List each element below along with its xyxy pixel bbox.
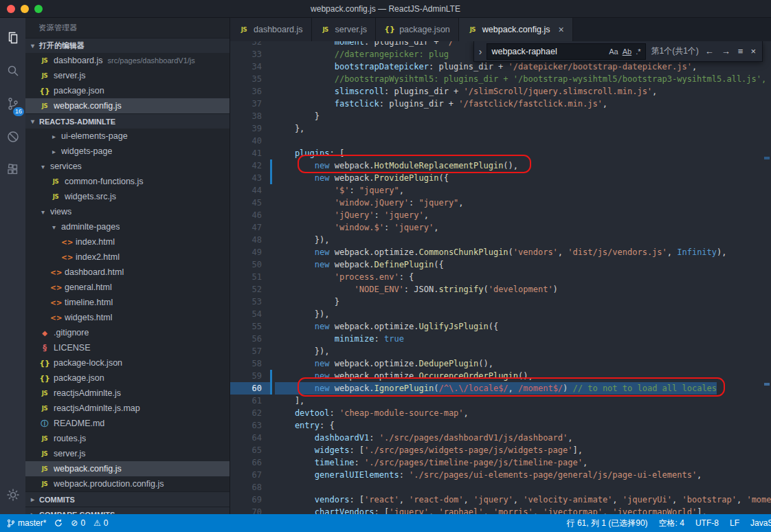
line-number[interactable]: 38 xyxy=(230,110,262,122)
code-text[interactable]: generalUIElements: './src/pages/ui-eleme… xyxy=(275,469,702,481)
close-find-button[interactable]: × xyxy=(749,46,757,56)
code-text[interactable]: plugins: [ xyxy=(275,147,344,159)
code-text[interactable]: ], xyxy=(275,395,304,407)
line-number[interactable]: 46 xyxy=(230,209,262,221)
code-text[interactable]: new webpack.ProvidePlugin({ xyxy=(275,172,449,184)
line-number[interactable]: 40 xyxy=(230,135,262,147)
settings-gear-icon[interactable] xyxy=(0,478,25,511)
code-text[interactable]: entry: { xyxy=(275,419,335,432)
line-number[interactable]: 45 xyxy=(230,197,262,209)
code-text[interactable]: widgets: ['./src/pages/widgets-page/js/w… xyxy=(275,444,583,456)
sync-status[interactable] xyxy=(54,519,63,527)
line-number[interactable]: 54 xyxy=(230,308,262,320)
line-number[interactable]: 56 xyxy=(230,333,262,345)
code-text[interactable]: dashboardV1: './src/pages/dashboardV1/js… xyxy=(275,432,573,444)
code-text[interactable]: new webpack.IgnorePlugin(/^\.\/locale$/,… xyxy=(275,382,717,395)
language-mode[interactable]: JavaScript xyxy=(750,518,771,528)
line-number[interactable]: 64 xyxy=(230,432,262,444)
line-number[interactable]: 57 xyxy=(230,345,262,357)
code-text[interactable]: 'window.$': 'jquery', xyxy=(275,221,438,234)
find-input[interactable] xyxy=(491,47,607,56)
code-text[interactable]: fastclick: plugins_dir + '/fastclick/fas… xyxy=(275,98,607,110)
error-count[interactable]: ⊘0 xyxy=(71,518,85,528)
tree-item-widgets.html[interactable]: <>widgets.html xyxy=(25,310,230,325)
code-text[interactable]: //daterangepicker: plug xyxy=(275,48,449,60)
line-number[interactable]: 68 xyxy=(230,481,262,494)
close-window-button[interactable] xyxy=(7,5,15,13)
line-number[interactable]: 44 xyxy=(230,184,262,197)
minimize-window-button[interactable] xyxy=(21,5,29,13)
line-number[interactable]: 36 xyxy=(230,85,262,98)
code-text[interactable]: bootstrapDatepicker: plugins_dir + '/dat… xyxy=(275,60,697,73)
tree-item-package-lock.json[interactable]: {}package-lock.json xyxy=(25,355,230,370)
tree-item-ui-elements-page[interactable]: ▸ui-elements-page xyxy=(25,129,230,144)
tab-package.json[interactable]: {}package.json xyxy=(376,17,459,41)
code-text[interactable]: }), xyxy=(275,345,329,357)
code-text[interactable]: moment: plugins_dir + '/ xyxy=(275,41,454,48)
open-editor-dashboard.js[interactable]: JSdashboard.jssrc/pages/dashboardV1/js xyxy=(25,53,230,68)
find-in-selection-button[interactable]: ≡ xyxy=(737,46,745,56)
code-text[interactable]: devtool: 'cheap-module-source-map', xyxy=(275,407,469,419)
code-text[interactable]: minimize: true xyxy=(275,333,404,345)
code-text[interactable]: new webpack.HotModuleReplacementPlugin()… xyxy=(275,159,518,172)
code-text[interactable]: 'window.jQuery': "jquery", xyxy=(275,197,464,209)
code-text[interactable]: new webpack.optimize.DedupePlugin(), xyxy=(275,357,493,370)
code-text[interactable]: new webpack.optimize.UglifyJsPlugin({ xyxy=(275,320,498,333)
tree-item-server.js[interactable]: JSserver.js xyxy=(25,446,230,461)
code-text[interactable]: 'process.env': { xyxy=(275,271,414,283)
tree-item-webpack.production.config.js[interactable]: JSwebpack.production.config.js xyxy=(25,476,230,491)
tree-item-adminlte-pages[interactable]: ▾adminlte-pages xyxy=(25,219,230,234)
cursor-position[interactable]: 行 61, 列 1 (已选择90) xyxy=(567,518,648,529)
line-number[interactable]: 37 xyxy=(230,98,262,110)
line-number[interactable]: 58 xyxy=(230,357,262,370)
explorer-icon[interactable] xyxy=(0,21,25,54)
code-text[interactable]: }), xyxy=(275,234,329,246)
code-text[interactable]: }, xyxy=(275,122,304,135)
whole-word-button[interactable]: Ab xyxy=(621,47,634,56)
tree-item-common-functions.js[interactable]: JScommon-functions.js xyxy=(25,174,230,189)
line-number[interactable]: 35 xyxy=(230,73,262,85)
tree-item-views[interactable]: ▾views xyxy=(25,204,230,219)
tree-item-README.md[interactable]: ⓘREADME.md xyxy=(25,416,230,431)
line-number[interactable]: 34 xyxy=(230,60,262,73)
tree-item-timeline.html[interactable]: <>timeline.html xyxy=(25,295,230,310)
commits-header[interactable]: ▸ COMMITS xyxy=(25,491,230,507)
line-number[interactable]: 53 xyxy=(230,296,262,308)
git-branch-status[interactable]: master* xyxy=(7,518,46,528)
tree-item-package.json[interactable]: {}package.json xyxy=(25,370,230,386)
line-number[interactable]: 63 xyxy=(230,419,262,432)
project-root-header[interactable]: ▾ REACTJS-ADMINLTE xyxy=(25,113,230,129)
code-text[interactable]: vendors: ['react', 'react-dom', 'jquery'… xyxy=(275,494,771,506)
line-number[interactable]: 33 xyxy=(230,48,262,60)
code-text[interactable]: } xyxy=(275,110,320,122)
open-editors-header[interactable]: ▾ 打开的编辑器 xyxy=(25,38,230,53)
toggle-replace-button[interactable]: › xyxy=(479,46,482,57)
open-editor-package.json[interactable]: {}package.json xyxy=(25,83,230,98)
line-number[interactable]: 32 xyxy=(230,41,262,48)
tree-item-.gitignore[interactable]: ◆.gitignore xyxy=(25,325,230,340)
line-number[interactable]: 52 xyxy=(230,283,262,296)
line-number[interactable]: 59 xyxy=(230,370,262,382)
line-number[interactable]: 61 xyxy=(230,395,262,407)
line-number[interactable]: 49 xyxy=(230,246,262,258)
compare-commits-header[interactable]: ▸ COMPARE COMMITS xyxy=(25,507,230,514)
regex-button[interactable]: .* xyxy=(634,47,642,56)
tree-item-services[interactable]: ▾services xyxy=(25,159,230,174)
code-text[interactable]: new webpack.optimize.OccurenceOrderPlugi… xyxy=(275,370,533,382)
line-number[interactable]: 69 xyxy=(230,494,262,506)
zoom-window-button[interactable] xyxy=(34,5,43,13)
line-number[interactable]: 48 xyxy=(230,234,262,246)
next-match-button[interactable]: → xyxy=(720,46,732,56)
tree-item-LICENSE[interactable]: §LICENSE xyxy=(25,340,230,355)
line-number[interactable]: 43 xyxy=(230,172,262,184)
code-text[interactable]: 'jQuery': 'jquery', xyxy=(275,209,429,221)
extensions-icon[interactable] xyxy=(0,153,25,186)
tree-item-index.html[interactable]: <>index.html xyxy=(25,234,230,250)
code-text[interactable]: } xyxy=(275,296,339,308)
tree-item-routes.js[interactable]: JSroutes.js xyxy=(25,431,230,446)
line-number[interactable]: 70 xyxy=(230,506,262,514)
line-number[interactable]: 62 xyxy=(230,407,262,419)
tree-item-widgets-page[interactable]: ▸widgets-page xyxy=(25,144,230,159)
match-case-button[interactable]: Aa xyxy=(607,47,620,56)
code-text[interactable]: 'NODE_ENV': JSON.stringify('development'… xyxy=(275,283,558,296)
